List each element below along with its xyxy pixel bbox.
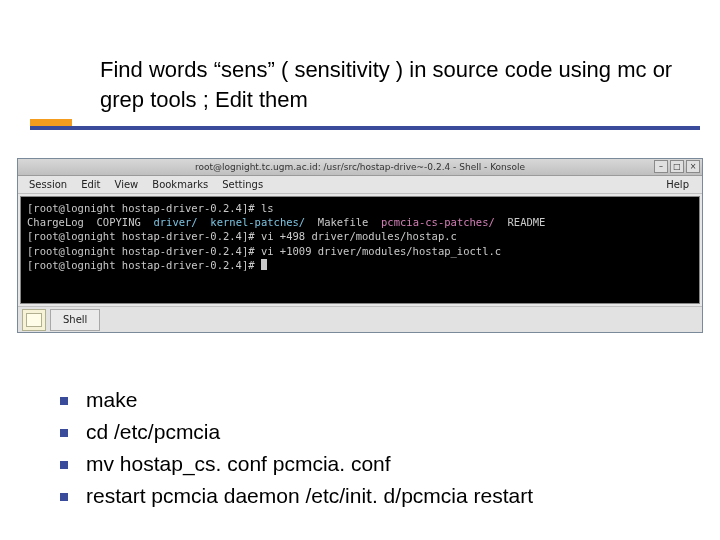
menu-view[interactable]: View — [108, 177, 146, 192]
window-titlebar: root@lognight.tc.ugm.ac.id: /usr/src/hos… — [18, 159, 702, 176]
minimize-button[interactable]: – — [654, 160, 668, 173]
bullet-icon — [60, 429, 68, 437]
list-item: mv hostap_cs. conf pcmcia. conf — [60, 452, 680, 476]
menu-settings[interactable]: Settings — [215, 177, 270, 192]
menu-help[interactable]: Help — [659, 177, 696, 192]
bullet-text: mv hostap_cs. conf pcmcia. conf — [86, 452, 391, 476]
slide: Find words “sens” ( sensitivity ) in sou… — [0, 0, 720, 540]
term-line: [root@lognight hostap-driver-0.2.4]# vi … — [27, 245, 501, 257]
bullet-text: restart pcmcia daemon /etc/init. d/pcmci… — [86, 484, 533, 508]
tab-shell[interactable]: Shell — [50, 309, 100, 331]
slide-title: Find words “sens” ( sensitivity ) in sou… — [100, 55, 680, 114]
term-line: [root@lognight hostap-driver-0.2.4]# ls — [27, 202, 274, 214]
bullet-icon — [60, 493, 68, 501]
bullet-icon — [60, 461, 68, 469]
menu-edit[interactable]: Edit — [74, 177, 107, 192]
terminal-output[interactable]: [root@lognight hostap-driver-0.2.4]# ls … — [20, 196, 700, 304]
bullet-text: make — [86, 388, 137, 412]
menubar: Session Edit View Bookmarks Settings Hel… — [18, 176, 702, 194]
title-rule — [30, 126, 700, 130]
list-item: cd /etc/pcmcia — [60, 420, 680, 444]
menu-bookmarks[interactable]: Bookmarks — [145, 177, 215, 192]
window-title: root@lognight.tc.ugm.ac.id: /usr/src/hos… — [18, 162, 702, 172]
term-line: [root@lognight hostap-driver-0.2.4]# — [27, 259, 267, 271]
new-tab-button[interactable] — [22, 309, 46, 331]
bullet-icon — [60, 397, 68, 405]
term-line: [root@lognight hostap-driver-0.2.4]# vi … — [27, 230, 457, 242]
cursor — [261, 259, 267, 270]
konsole-window: root@lognight.tc.ugm.ac.id: /usr/src/hos… — [17, 158, 703, 333]
tab-bar: Shell — [18, 306, 702, 332]
list-item: restart pcmcia daemon /etc/init. d/pcmci… — [60, 484, 680, 508]
maximize-button[interactable]: □ — [670, 160, 684, 173]
bullet-list: make cd /etc/pcmcia mv hostap_cs. conf p… — [60, 388, 680, 516]
list-item: make — [60, 388, 680, 412]
window-controls: – □ × — [654, 160, 700, 173]
menu-session[interactable]: Session — [22, 177, 74, 192]
bullet-text: cd /etc/pcmcia — [86, 420, 220, 444]
close-button[interactable]: × — [686, 160, 700, 173]
term-line: ChargeLog COPYING driver/ kernel-patches… — [27, 216, 545, 228]
